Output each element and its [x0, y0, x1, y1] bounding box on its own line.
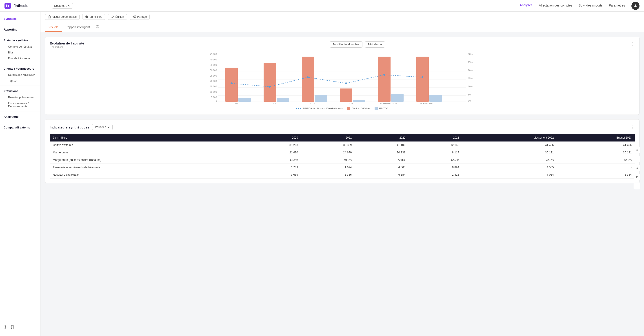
user-avatar[interactable] [632, 2, 640, 10]
row-4-val-1: 3 356 [301, 171, 355, 179]
settings-icon[interactable] [4, 325, 8, 330]
sidebar-clients[interactable]: Clients / Fournisseurs [0, 65, 40, 72]
chart-actions: Modifier les données Périodes [330, 41, 385, 48]
row-0-val-3: 12 165 [408, 141, 462, 149]
row-1-val-3: 8 117 [408, 149, 462, 156]
sidebar-previsions[interactable]: Prévisions [0, 88, 40, 95]
row-1-val-5: 30 131 [557, 149, 635, 156]
svg-point-57 [307, 76, 309, 78]
indicators-header: Indicateurs synthétiques Périodes ⋮ [50, 124, 635, 130]
top-navigation: finthesis Société A Analyses Affectation… [0, 0, 644, 12]
indicators-more-button[interactable]: ⋮ [631, 125, 635, 130]
visuel-personnalise-button[interactable]: Visuel personnalisé [45, 14, 80, 20]
svg-text:45 000: 45 000 [210, 53, 217, 55]
periods-button-indicators[interactable]: Périodes [92, 124, 112, 130]
row-2-val-4: 72,8% [462, 156, 557, 164]
row-3-val-5: - [557, 164, 635, 171]
row-3-val-3: 6 894 [408, 164, 462, 171]
periods-button-chart[interactable]: Périodes [365, 41, 385, 48]
row-0-val-5: 41 406 [557, 141, 635, 149]
sidebar-etats[interactable]: États de synthèse [0, 37, 40, 44]
row-2-val-2: 72,8% [355, 156, 408, 164]
right-ctrl-settings[interactable] [634, 147, 640, 153]
nav-analyses[interactable]: Analyses [520, 3, 532, 8]
svg-text:Budget 2023: Budget 2023 [420, 103, 433, 103]
svg-text:40 000: 40 000 [210, 58, 217, 61]
sidebar-item-details[interactable]: Détails des auxiliaires [0, 72, 40, 78]
svg-text:5%: 5% [468, 93, 472, 96]
tab-settings-icon[interactable] [94, 22, 102, 32]
chart-legend: EBITDA (en % du chiffre d'affaires) Chif… [50, 107, 635, 110]
svg-text:5 000: 5 000 [211, 96, 217, 99]
col-header-2020: 2020 [248, 134, 301, 141]
chart-title-group: Évolution de l'activité € en milliers [50, 41, 84, 48]
svg-rect-43 [302, 57, 314, 102]
svg-point-9 [133, 16, 134, 17]
sidebar-reporting[interactable]: Reporting [0, 26, 40, 33]
svg-rect-47 [353, 100, 365, 102]
legend-ebitda-pct: EBITDA (en % du chiffre d'affaires) [296, 107, 343, 110]
sidebar-item-resultat-prev[interactable]: Résultat prévisionnel [0, 95, 40, 100]
right-ctrl-expand[interactable] [634, 156, 640, 162]
edition-button[interactable]: Édition [108, 14, 127, 20]
svg-point-61 [636, 150, 638, 150]
sidebar-item-bilan[interactable]: Bilan [0, 50, 40, 55]
svg-line-11 [134, 17, 134, 17]
svg-text:25 000: 25 000 [210, 74, 217, 77]
sidebar-item-flux[interactable]: Flux de trésorerie [0, 55, 40, 61]
chart-icon [48, 15, 51, 18]
modify-data-button[interactable]: Modifier les données [330, 41, 362, 48]
row-3-val-0: 1 789 [248, 164, 301, 171]
svg-point-58 [345, 82, 347, 84]
nav-suivi[interactable]: Suivi des imports [578, 3, 603, 8]
chart-more-button[interactable]: ⋮ [631, 41, 635, 46]
nav-affectation[interactable]: Affectation des comptes [539, 3, 572, 8]
row-3-val-4: 4 565 [462, 164, 557, 171]
sidebar-item-encaissements[interactable]: Encaissements / Décaissements [0, 100, 40, 109]
company-selector[interactable]: Société A [52, 3, 73, 8]
svg-text:2021: 2021 [272, 103, 277, 103]
tabs-bar: Visuels Rapport intelligent [40, 22, 644, 32]
sidebar-analytique[interactable]: Analytique [0, 113, 40, 120]
svg-rect-53 [430, 95, 442, 102]
right-ctrl-zoom[interactable] [634, 165, 640, 171]
sidebar-item-compte[interactable]: Compte de résultat [0, 44, 40, 50]
row-2-val-0: 68,5% [248, 156, 301, 164]
right-ctrl-copy[interactable] [634, 174, 640, 180]
row-0-val-0: 31 263 [248, 141, 301, 149]
sidebar-item-top10[interactable]: Top 10 [0, 78, 40, 84]
svg-text:15 000: 15 000 [210, 85, 217, 88]
right-ctrl-move[interactable] [634, 183, 640, 189]
table-row: Chiffre d'affaires31 26335 35941 40612 1… [50, 141, 635, 149]
svg-rect-37 [226, 68, 238, 102]
company-name: Société A [54, 4, 66, 7]
nav-links: Analyses Affectation des comptes Suivi d… [520, 2, 640, 10]
svg-text:15%: 15% [468, 77, 472, 80]
table-row: Résultat d'exploitation3 6693 3566 3841 … [50, 171, 635, 179]
en-milliers-button[interactable]: en milliers [82, 14, 105, 20]
partage-button[interactable]: Partage [130, 14, 150, 20]
row-0-val-2: 41 406 [355, 141, 408, 149]
tab-rapport[interactable]: Rapport intelligent [62, 23, 94, 32]
row-1-val-1: 24 670 [301, 149, 355, 156]
tab-visuels[interactable]: Visuels [45, 23, 62, 32]
svg-rect-6 [50, 17, 51, 18]
svg-point-59 [383, 74, 385, 76]
row-label-2: Marge brute (en % du chiffre d'affaires) [50, 156, 248, 164]
svg-rect-64 [636, 176, 638, 178]
main-layout: Synthèse Reporting États de synthèse Com… [0, 12, 644, 336]
legend-ca: Chiffre d'affaires [347, 107, 370, 110]
svg-rect-1 [8, 5, 9, 7]
svg-line-12 [134, 16, 134, 17]
svg-point-13 [97, 26, 98, 27]
sidebar-synthese[interactable]: Synthèse [0, 15, 40, 22]
bookmark-icon[interactable] [10, 325, 14, 330]
row-2-val-5: 72,8% [557, 156, 635, 164]
nav-parametres[interactable]: Paramètres [609, 3, 625, 8]
activity-chart: 45 000 40 000 35 000 30 000 25 000 20 00… [50, 52, 635, 103]
main-content: Visuel personnalisé en milliers Édition … [40, 12, 644, 336]
indicators-table-wrapper: € en milliers 2020 2021 2022 2023 ajuste… [50, 134, 635, 179]
sidebar-comparatif[interactable]: Comparatif externe [0, 124, 40, 131]
legend-ebitda: EBITDA [374, 107, 388, 110]
svg-point-60 [422, 76, 423, 78]
